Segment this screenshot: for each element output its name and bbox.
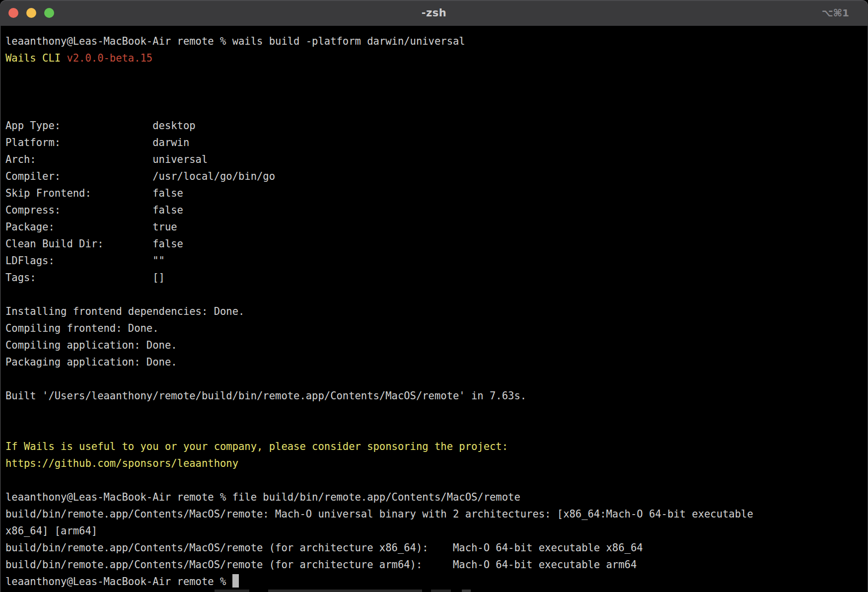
terminal-line: Compress: false — [5, 202, 864, 219]
terminal-line: Built '/Users/leaanthony/remote/build/bi… — [5, 387, 864, 404]
terminal-line: Arch: universal — [5, 151, 864, 168]
terminal-line: Packaging application: Done. — [5, 354, 864, 370]
terminal-line: leaanthony@Leas-MacBook-Air remote % fil… — [5, 489, 864, 506]
wails-cli-label: Wails CLI — [5, 52, 67, 64]
file-output-x86-64: build/bin/remote.app/Contents/MacOS/remo… — [5, 542, 643, 554]
sponsor-link[interactable]: https://github.com/sponsors/leaanthony — [5, 457, 238, 469]
terminal-window: -zsh ⌥⌘1 leaanthony@Leas-MacBook-Air rem… — [0, 0, 868, 592]
terminal-line: leaanthony@Leas-MacBook-Air remote % — [5, 573, 864, 590]
terminal-line: Clean Build Dir: false — [5, 235, 864, 252]
title-bar[interactable]: -zsh ⌥⌘1 — [0, 0, 868, 26]
terminal-line: build/bin/remote.app/Contents/MacOS/remo… — [5, 506, 864, 522]
status-compiling-frontend: Compiling frontend: Done. — [5, 322, 159, 334]
terminal-line: Skip Frontend: false — [5, 185, 864, 202]
terminal-line: Wails CLI v2.0.0-beta.15 — [5, 50, 864, 67]
terminal-cursor[interactable] — [232, 574, 239, 588]
terminal-line: App Type: desktop — [5, 117, 864, 134]
terminal-line — [5, 421, 864, 438]
terminal-line: Platform: darwin — [5, 134, 864, 151]
config-compress: Compress: false — [5, 204, 183, 216]
terminal-line: build/bin/remote.app/Contents/MacOS/remo… — [5, 556, 864, 573]
config-compiler: Compiler: /usr/local/go/bin/go — [5, 170, 275, 182]
terminal-line: LDFlags: "" — [5, 252, 864, 269]
terminal-line: https://github.com/sponsors/leaanthony — [5, 455, 864, 472]
terminal-line: Installing frontend dependencies: Done. — [5, 303, 864, 320]
prompt-command-file: leaanthony@Leas-MacBook-Air remote % fil… — [5, 491, 520, 503]
terminal-line: leaanthony@Leas-MacBook-Air remote % wai… — [5, 33, 864, 50]
terminal-line: Compiler: /usr/local/go/bin/go — [5, 168, 864, 185]
terminal-line — [5, 472, 864, 489]
terminal-line: Package: true — [5, 219, 864, 235]
config-tags: Tags: [] — [5, 272, 165, 284]
build-result: Built '/Users/leaanthony/remote/build/bi… — [5, 390, 526, 402]
prompt-command-wails-build: leaanthony@Leas-MacBook-Air remote % wai… — [5, 35, 465, 47]
terminal-output[interactable]: leaanthony@Leas-MacBook-Air remote % wai… — [0, 26, 868, 592]
config-clean-build-dir: Clean Build Dir: false — [5, 238, 183, 250]
prompt-current: leaanthony@Leas-MacBook-Air remote % — [5, 576, 232, 588]
terminal-line — [5, 100, 864, 117]
terminal-line: Compiling application: Done. — [5, 337, 864, 354]
terminal-line: Compiling frontend: Done. — [5, 320, 864, 337]
terminal-line — [5, 83, 864, 100]
file-output-universal-wrap: x86_64] [arm64] — [5, 525, 97, 537]
window-title: -zsh — [0, 0, 868, 26]
file-output-universal: build/bin/remote.app/Contents/MacOS/remo… — [5, 508, 753, 520]
terminal-line — [5, 286, 864, 303]
status-installing-frontend: Installing frontend dependencies: Done. — [5, 305, 244, 317]
config-package: Package: true — [5, 221, 177, 233]
status-packaging-application: Packaging application: Done. — [5, 356, 177, 368]
terminal-line: If Wails is useful to you or your compan… — [5, 438, 864, 455]
config-ldflags: LDFlags: "" — [5, 255, 165, 267]
file-output-arm64: build/bin/remote.app/Contents/MacOS/remo… — [5, 559, 637, 571]
wails-cli-version: v2.0.0-beta.15 — [67, 52, 152, 64]
terminal-line: x86_64] [arm64] — [5, 522, 864, 539]
terminal-line: Tags: [] — [5, 269, 864, 286]
config-app-type: App Type: desktop — [5, 120, 196, 132]
terminal-line: build/bin/remote.app/Contents/MacOS/remo… — [5, 539, 864, 556]
terminal-line — [5, 404, 864, 421]
status-compiling-application: Compiling application: Done. — [5, 339, 177, 351]
terminal-line — [5, 370, 864, 387]
config-platform: Platform: darwin — [5, 137, 189, 148]
terminal-line — [5, 67, 864, 83]
config-arch: Arch: universal — [5, 153, 208, 165]
keyboard-shortcut-badge: ⌥⌘1 — [821, 0, 849, 26]
sponsor-message: If Wails is useful to you or your compan… — [5, 441, 508, 452]
config-skip-frontend: Skip Frontend: false — [5, 187, 183, 199]
